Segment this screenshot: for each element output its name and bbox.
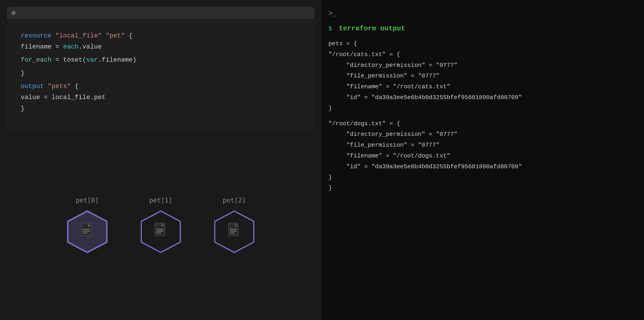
hex-label: pet[1] [149,197,172,204]
hex-container [64,209,110,255]
code-line: output "pets" { [21,81,301,92]
code-line [21,52,301,55]
terminal-line: "filename" = "/root/cats.txt" [328,81,637,92]
hex-item: pet[0] [64,197,110,255]
code-line [21,66,301,68]
command-text: terraform output [335,25,405,33]
right-panel: >_ $ terraform outputpets = { "/root/cat… [322,0,644,320]
terminal-header: >_ [328,7,637,22]
terminal-line: "filename" = "/root/dogs.txt" [328,151,637,161]
diagram-area: pet[0] pet[1] [7,138,315,313]
terminal-line: } [328,183,637,194]
terminal-line: "directory_permission" = "0777" [328,129,637,140]
hex-item: pet[1] [138,197,184,255]
terminal-line: "id" = "da39a3ee5e6b4b0d3255bfef95601890… [328,92,637,103]
editor-window: resource "local_file" "pet" { filename =… [7,7,315,131]
terminal-line: "id" = "da39a3ee5e6b4b0d3255bfef95601890… [328,161,637,172]
file-icon [226,222,242,241]
code-line [21,79,301,81]
hex-label: pet[0] [76,197,99,204]
dollar-sign: $ [328,25,332,32]
terminal-line [328,114,637,118]
code-line: } [21,103,301,114]
titlebar [7,7,315,19]
file-icon [79,222,95,241]
code-line: for_each = toset(var.filename) [21,55,301,66]
terminal-line: "file_permission" = "0777" [328,71,637,81]
terminal-line: "directory_permission" = "0777" [328,60,637,71]
terminal-content: $ terraform outputpets = { "/root/cats.t… [328,22,637,313]
terminal-line: "/root/cats.txt" = { [328,49,637,60]
terminal-line: "/root/dogs.txt" = { [328,118,637,129]
hex-container [138,209,184,255]
hex-item: pet[2] [211,197,257,255]
hex-container [211,209,257,255]
terminal-line: "file_permission" = "0777" [328,140,637,151]
terminal-line: } [328,103,637,114]
code-line: filename = each.value [21,41,301,52]
code-line: value = local_file.pet [21,92,301,103]
left-panel: resource "local_file" "pet" { filename =… [0,0,322,320]
terminal-line: } [328,172,637,183]
editor-content: resource "local_file" "pet" { filename =… [7,19,315,125]
terminal-command: $ terraform output [328,22,637,35]
hex-label: pet[2] [222,197,246,204]
traffic-light [12,11,16,15]
code-line: resource "local_file" "pet" { [21,30,301,41]
file-icon [153,222,169,241]
prompt-icon: >_ [328,9,337,18]
terminal-line: pets = { [328,38,637,49]
code-line: } [21,68,301,79]
